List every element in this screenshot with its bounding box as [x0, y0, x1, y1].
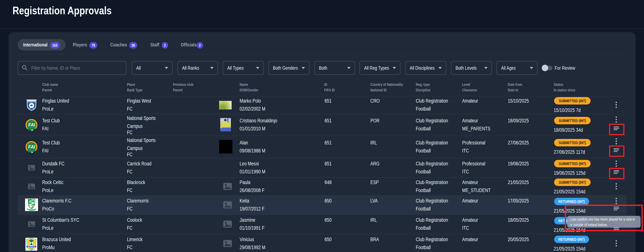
svg-text:FAI: FAI [28, 122, 35, 127]
svg-text:BRAZUCA: BRAZUCA [28, 246, 35, 248]
svg-text:15: 15 [32, 107, 34, 109]
svg-text:FAI: FAI [28, 145, 35, 149]
svg-text:FINGLAS UNITED: FINGLAS UNITED [26, 100, 37, 102]
svg-text:UNITED: UNITED [30, 248, 33, 249]
svg-text:20: 20 [29, 107, 30, 109]
svg-text:CLAREMORRIS A.F.C: CLAREMORRIS A.F.C [26, 209, 37, 210]
